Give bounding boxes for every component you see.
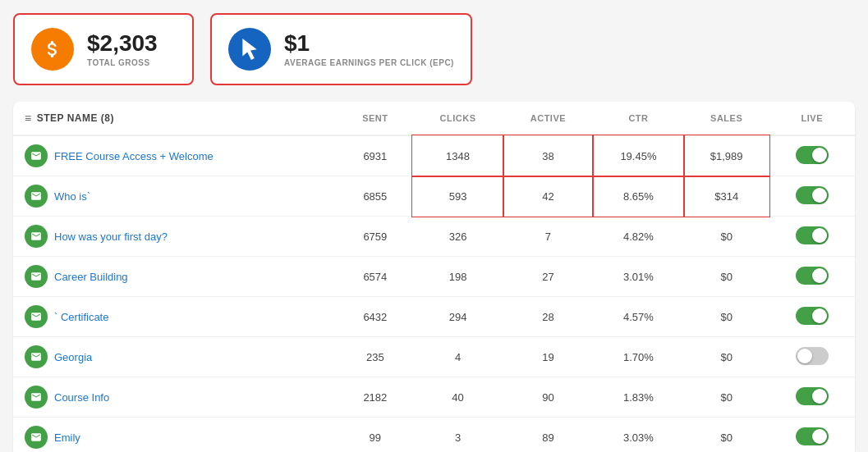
sales-cell: $1,989 bbox=[684, 135, 769, 176]
sent-cell: 2182 bbox=[338, 377, 412, 418]
live-toggle-4[interactable] bbox=[796, 267, 829, 285]
epc-info: $1 AVERAGE EARNINGS PER CLICK (EPC) bbox=[284, 31, 454, 67]
live-toggle-8[interactable] bbox=[796, 427, 829, 445]
sales-cell: $0 bbox=[684, 418, 769, 453]
ctr-cell: 8.65% bbox=[593, 176, 684, 217]
epc-value: $1 bbox=[284, 31, 454, 57]
live-toggle-6[interactable] bbox=[796, 347, 829, 365]
epc-label: AVERAGE EARNINGS PER CLICK (EPC) bbox=[284, 58, 454, 67]
live-toggle-2[interactable] bbox=[796, 186, 829, 204]
sales-cell: $0 bbox=[684, 217, 769, 257]
live-cell bbox=[769, 297, 855, 337]
ctr-cell: 4.57% bbox=[593, 297, 684, 337]
clicks-header: CLICKS bbox=[412, 102, 503, 135]
metric-card-total-gross: $2,303 TOTAL GROSS bbox=[13, 13, 194, 85]
step-name-link[interactable]: FREE Course Access + Welcome bbox=[25, 144, 326, 167]
sales-cell: $314 bbox=[684, 176, 769, 217]
sent-header: SENT bbox=[338, 102, 412, 135]
step-name-text: Who is` bbox=[54, 190, 90, 203]
step-name-text: Course Info bbox=[54, 391, 109, 404]
live-cell bbox=[769, 337, 855, 377]
step-name-link[interactable]: How was your first day? bbox=[25, 225, 326, 248]
ctr-header: CTR bbox=[593, 102, 684, 135]
active-cell: 19 bbox=[503, 337, 593, 377]
step-name-text: Georgia bbox=[54, 351, 92, 363]
ctr-cell: 4.82% bbox=[593, 217, 684, 257]
live-cell bbox=[769, 377, 855, 418]
step-email-icon bbox=[25, 265, 48, 288]
step-email-icon bbox=[25, 345, 48, 368]
step-email-icon bbox=[25, 144, 48, 167]
table-header-row: ≡ STEP NAME (8) SENT CLICKS ACTIVE CTR S… bbox=[13, 102, 855, 135]
live-toggle-7[interactable] bbox=[796, 387, 829, 405]
step-name-link[interactable]: ` Certificate bbox=[25, 305, 326, 328]
step-name-text: How was your first day? bbox=[54, 231, 168, 243]
metrics-row: $2,303 TOTAL GROSS $1 AVERAGE EARNINGS P… bbox=[13, 13, 855, 85]
step-name-cell: Who is` bbox=[13, 176, 338, 217]
table-row: FREE Course Access + Welcome 6931 1348 3… bbox=[13, 135, 855, 176]
active-cell: 38 bbox=[503, 135, 593, 176]
clicks-cell: 40 bbox=[412, 377, 503, 418]
table-row: Georgia 235 4 19 1.70% $0 bbox=[13, 337, 855, 377]
table-container: ≡ STEP NAME (8) SENT CLICKS ACTIVE CTR S… bbox=[13, 102, 855, 452]
sent-cell: 6574 bbox=[338, 257, 412, 297]
live-toggle-3[interactable] bbox=[796, 226, 829, 244]
clicks-cell: 326 bbox=[412, 217, 503, 257]
table-row: Who is` 6855 593 42 8.65% $314 bbox=[13, 176, 855, 217]
step-name-cell: Emily bbox=[13, 418, 338, 453]
sales-cell: $0 bbox=[684, 297, 769, 337]
step-name-cell: How was your first day? bbox=[13, 217, 338, 257]
live-cell bbox=[769, 257, 855, 297]
active-cell: 28 bbox=[503, 297, 593, 337]
step-email-icon bbox=[25, 386, 48, 409]
clicks-cell: 3 bbox=[412, 418, 503, 453]
step-name-link[interactable]: Course Info bbox=[25, 386, 326, 409]
step-name-link[interactable]: Georgia bbox=[25, 345, 326, 368]
live-toggle-5[interactable] bbox=[796, 307, 829, 325]
active-cell: 42 bbox=[503, 176, 593, 217]
active-cell: 27 bbox=[503, 257, 593, 297]
step-name-link[interactable]: Career Building bbox=[25, 265, 326, 288]
step-email-icon bbox=[25, 185, 48, 208]
clicks-cell: 1348 bbox=[412, 135, 503, 176]
table-row: How was your first day? 6759 326 7 4.82%… bbox=[13, 217, 855, 257]
step-email-icon bbox=[25, 225, 48, 248]
step-name-cell: Career Building bbox=[13, 257, 338, 297]
live-cell bbox=[769, 217, 855, 257]
epc-icon bbox=[228, 28, 271, 71]
live-cell bbox=[769, 418, 855, 453]
list-icon: ≡ bbox=[25, 112, 32, 125]
step-email-icon bbox=[25, 426, 48, 449]
total-gross-icon bbox=[31, 28, 74, 71]
step-name-text: Emily bbox=[54, 431, 80, 444]
total-gross-info: $2,303 TOTAL GROSS bbox=[87, 31, 158, 67]
clicks-cell: 593 bbox=[412, 176, 503, 217]
active-header: ACTIVE bbox=[503, 102, 593, 135]
step-name-link[interactable]: Emily bbox=[25, 426, 326, 449]
total-gross-value: $2,303 bbox=[87, 31, 158, 57]
table-row: Career Building 6574 198 27 3.01% $0 bbox=[13, 257, 855, 297]
sales-cell: $0 bbox=[684, 377, 769, 418]
total-gross-label: TOTAL GROSS bbox=[87, 58, 158, 67]
active-cell: 90 bbox=[503, 377, 593, 418]
active-cell: 89 bbox=[503, 418, 593, 453]
ctr-cell: 3.01% bbox=[593, 257, 684, 297]
live-toggle-1[interactable] bbox=[796, 146, 829, 164]
sent-cell: 235 bbox=[338, 337, 412, 377]
sales-header: SALES bbox=[684, 102, 769, 135]
sent-cell: 6855 bbox=[338, 176, 412, 217]
table-row: Course Info 2182 40 90 1.83% $0 bbox=[13, 377, 855, 418]
step-name-text: ` Certificate bbox=[54, 311, 108, 323]
sent-cell: 6759 bbox=[338, 217, 412, 257]
step-name-link[interactable]: Who is` bbox=[25, 185, 326, 208]
sent-cell: 6432 bbox=[338, 297, 412, 337]
live-header: LIVE bbox=[769, 102, 855, 135]
clicks-cell: 4 bbox=[412, 337, 503, 377]
clicks-cell: 294 bbox=[412, 297, 503, 337]
live-cell bbox=[769, 176, 855, 217]
steps-table: ≡ STEP NAME (8) SENT CLICKS ACTIVE CTR S… bbox=[13, 102, 855, 452]
table-row: ` Certificate 6432 294 28 4.57% $0 bbox=[13, 297, 855, 337]
clicks-cell: 198 bbox=[412, 257, 503, 297]
step-name-cell: ` Certificate bbox=[13, 297, 338, 337]
sent-cell: 99 bbox=[338, 418, 412, 453]
